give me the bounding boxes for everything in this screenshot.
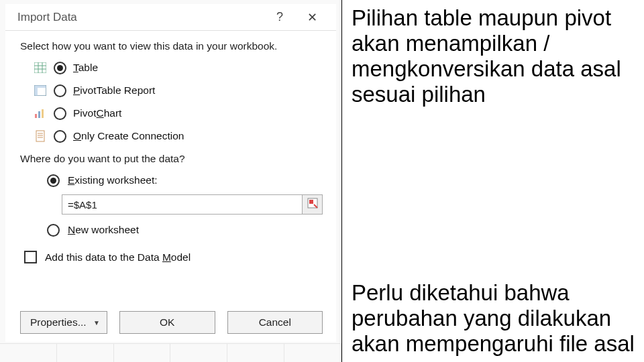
cell-reference-input[interactable] [62,194,303,215]
svg-rect-9 [35,114,37,118]
svg-rect-10 [38,111,40,118]
dialog-title: Import Data [17,11,264,24]
dialog-panel: Import Data ? ✕ Select how you want to v… [0,0,342,362]
dialog-body: Select how you want to view this data in… [5,31,336,307]
dialog-titlebar: Import Data ? ✕ [5,4,336,31]
radio-new-worksheet[interactable] [47,224,60,237]
data-model-label: Add this data to the Data Model [45,251,191,263]
radio-table[interactable] [54,62,66,74]
pivotchart-icon [34,107,47,120]
close-icon: ✕ [307,10,317,25]
radio-pivottable[interactable] [54,84,66,97]
cancel-button[interactable]: Cancel [227,311,323,334]
help-button[interactable]: ? [264,7,296,28]
svg-rect-7 [34,85,38,96]
annotation-paragraph-2: Perlu diketahui bahwa perubahan yang dil… [352,280,635,357]
properties-button-label: Properties... [30,316,87,328]
option-existing-worksheet-label: Existing worksheet: [68,174,158,186]
radio-existing-worksheet[interactable] [47,174,60,187]
cell-reference-row [20,194,323,215]
import-data-dialog: Import Data ? ✕ Select how you want to v… [5,4,336,342]
option-pivottable-label: PivotTable Report [73,84,155,97]
option-pivottable[interactable]: PivotTable Report [20,79,323,102]
option-pivotchart[interactable]: PivotChart [20,102,323,125]
option-existing-worksheet[interactable]: Existing worksheet: [20,169,323,192]
ok-button[interactable]: OK [119,311,215,334]
dialog-footer: Properties... ▼ OK Cancel [5,307,336,342]
svg-rect-0 [34,62,46,73]
radio-pivotchart[interactable] [54,107,66,120]
range-picker-button[interactable] [303,194,323,215]
spreadsheet-grid-background [0,343,341,362]
option-table[interactable]: Table [20,56,323,79]
option-only-connection[interactable]: Only Create Connection [20,125,323,147]
svg-rect-17 [309,200,313,204]
annotation-panel: Pilihan table maupun pivot akan menampil… [342,0,644,362]
close-button[interactable]: ✕ [296,7,328,28]
option-pivotchart-label: PivotChart [73,107,121,119]
option-new-worksheet-label: New worksheet [68,224,139,236]
chevron-down-icon: ▼ [93,319,100,326]
placement-section-label: Where do you want to put the data? [20,153,323,165]
data-model-row[interactable]: Add this data to the Data Model [20,251,323,263]
svg-rect-12 [36,131,44,141]
annotation-paragraph-1: Pilihan table maupun pivot akan menampil… [352,5,635,107]
option-only-connection-label: Only Create Connection [73,130,184,142]
option-new-worksheet[interactable]: New worksheet [20,219,323,241]
range-picker-icon [307,197,319,212]
properties-button[interactable]: Properties... ▼ [20,311,107,334]
pivottable-icon [34,84,47,97]
connection-icon [34,129,47,143]
svg-rect-11 [42,109,44,118]
checkbox-data-model[interactable] [24,251,37,263]
option-table-label: Table [73,62,98,74]
radio-only-connection[interactable] [54,130,66,143]
view-section-label: Select how you want to view this data in… [20,40,323,52]
table-icon [34,61,47,74]
